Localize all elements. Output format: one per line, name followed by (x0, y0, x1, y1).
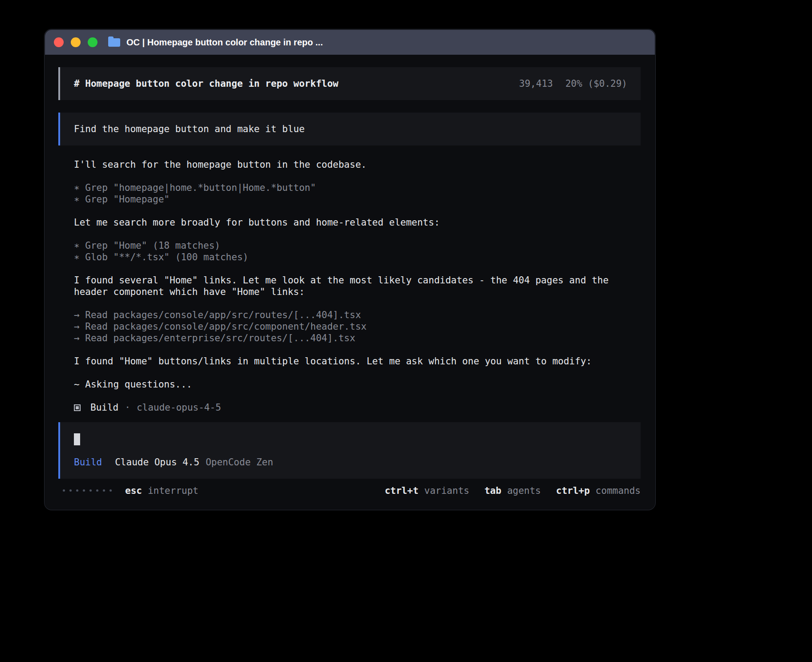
tool-call-group: → Read packages/console/app/src/routes/[… (74, 309, 641, 344)
shortcut-label: variants (424, 485, 469, 496)
shortcut-key: tab (484, 485, 501, 496)
window-controls (54, 37, 97, 47)
tool-call-read: → Read packages/console/app/src/routes/[… (74, 309, 641, 321)
titlebar[interactable]: OC | Homepage button color change in rep… (45, 30, 655, 55)
minimize-button[interactable] (71, 37, 81, 47)
tool-call-grep: ∗ Grep "homepage|home.*button|Home.*butt… (74, 182, 641, 194)
shortcut-variants: ctrl+tvariants (385, 485, 469, 496)
shortcut-label: agents (507, 485, 541, 496)
close-button[interactable] (54, 37, 64, 47)
agent-line: Build · claude-opus-4-5 (74, 402, 641, 413)
shortcut-label: commands (596, 485, 641, 496)
assistant-transcript: I'll search for the homepage button in t… (58, 159, 641, 413)
input-meta: Build Claude Opus 4.5 OpenCode Zen (74, 456, 627, 468)
tool-call-group: ∗ Grep "homepage|home.*button|Home.*butt… (74, 182, 641, 205)
terminal-content: # Homepage button color change in repo w… (45, 55, 655, 496)
assistant-status: ~ Asking questions... (74, 379, 641, 390)
input-mode-label: Build (74, 456, 102, 468)
tool-call-glob: ∗ Glob "**/*.tsx" (100 matches) (74, 251, 641, 263)
token-count: 39,413 (519, 78, 553, 89)
window-title: OC | Homepage button color change in rep… (126, 37, 323, 48)
assistant-paragraph: I found several "Home" links. Let me loo… (74, 274, 641, 298)
tool-call-read: → Read packages/enterprise/src/routes/[.… (74, 332, 641, 344)
spinner-dots (63, 489, 112, 492)
agent-model: claude-opus-4-5 (137, 402, 221, 413)
status-bar: esc interrupt ctrl+tvariants tabagents c… (58, 485, 641, 496)
assistant-paragraph: Let me search more broadly for buttons a… (74, 217, 641, 228)
shortcut-commands: ctrl+pcommands (556, 485, 641, 496)
input-model-label: Claude Opus 4.5 (115, 456, 199, 468)
esc-action-label: interrupt (148, 485, 199, 496)
tool-call-grep: ∗ Grep "Home" (18 matches) (74, 240, 641, 251)
session-title: # Homepage button color change in repo w… (74, 78, 338, 89)
status-right: ctrl+tvariants tabagents ctrl+pcommands (385, 485, 641, 496)
agent-icon (74, 404, 81, 411)
user-message: Find the homepage button and make it blu… (58, 113, 641, 145)
shortcut-agents: tabagents (484, 485, 541, 496)
assistant-text: Let me search more broadly for buttons a… (74, 217, 641, 228)
assistant-text: I found "Home" buttons/links in multiple… (74, 355, 641, 367)
tool-call-read: → Read packages/console/app/src/componen… (74, 321, 641, 332)
esc-key-hint: esc (125, 485, 142, 496)
session-stats: 39,41320% ($0.29) (519, 78, 627, 89)
terminal-window: OC | Homepage button color change in rep… (45, 29, 655, 510)
text-cursor (74, 433, 80, 445)
agent-name: Build (90, 402, 118, 413)
assistant-paragraph: I'll search for the homepage button in t… (74, 159, 641, 170)
shortcut-key: ctrl+t (385, 485, 418, 496)
asking-questions-status: ~ Asking questions... (74, 379, 641, 390)
zoom-button[interactable] (88, 37, 97, 47)
input-provider-label: OpenCode Zen (206, 456, 273, 468)
assistant-paragraph: I found "Home" buttons/links in multiple… (74, 355, 641, 367)
assistant-text: I'll search for the homepage button in t… (74, 159, 641, 170)
tool-call-group: ∗ Grep "Home" (18 matches) ∗ Glob "**/*.… (74, 240, 641, 263)
user-message-text: Find the homepage button and make it blu… (74, 124, 304, 134)
context-cost: 20% ($0.29) (565, 78, 627, 89)
status-left: esc interrupt (63, 485, 199, 496)
prompt-input[interactable]: Build Claude Opus 4.5 OpenCode Zen (58, 422, 641, 479)
shortcut-key: ctrl+p (556, 485, 590, 496)
tool-call-grep: ∗ Grep "Homepage" (74, 194, 641, 205)
assistant-text: I found several "Home" links. Let me loo… (74, 274, 641, 298)
session-header: # Homepage button color change in repo w… (58, 67, 641, 100)
folder-icon (108, 38, 120, 47)
agent-separator: · (125, 402, 130, 413)
